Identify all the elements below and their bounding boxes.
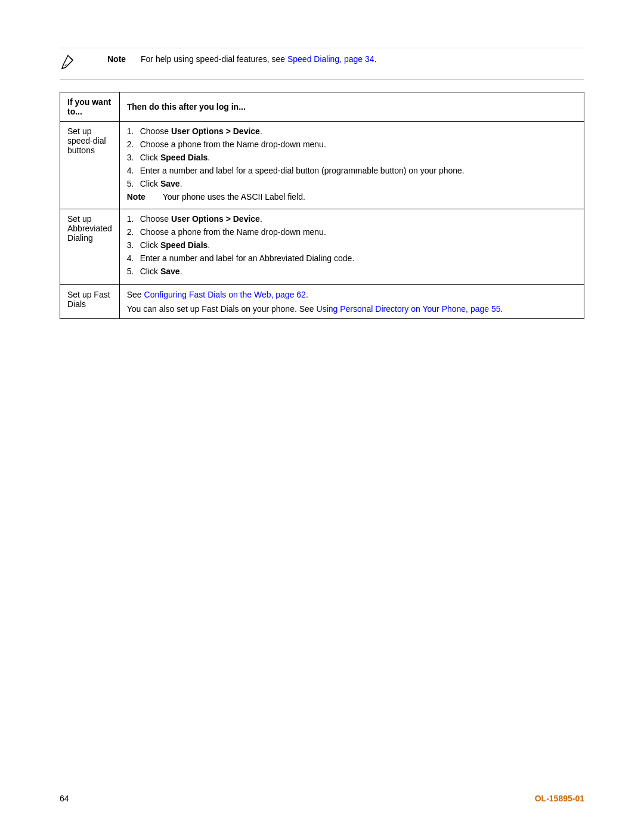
inner-note-label: Note [127,192,157,202]
step-text: Click Speed Dials. [140,153,577,162]
fast-dials-line2: You can also set up Fast Dials on your p… [127,304,577,314]
step-text: Choose User Options > Device. [140,126,577,136]
step-item: 5. Click Save. [127,267,577,276]
step-num: 1. [127,126,140,136]
step-num: 4. [127,253,140,263]
step-num: 2. [127,227,140,237]
row3-left: Set up Fast Dials [60,285,120,319]
row1-right: 1. Choose User Options > Device. 2. Choo… [119,122,584,209]
note-section: Note For help using speed-dial features,… [60,48,584,80]
step-item: 2. Choose a phone from the Name drop-dow… [127,140,577,149]
row2-label: Set up Abbreviated Dialing [67,214,112,243]
step-bold: Speed Dials [160,153,208,162]
step-item: 1. Choose User Options > Device. [127,214,577,224]
page-container: Note For help using speed-dial features,… [0,0,644,833]
step-bold: User Options > Device [171,126,260,136]
step-bold: Speed Dials [160,240,208,250]
step-num: 3. [127,153,140,162]
page-footer: 64 OL-15895-01 [60,794,584,803]
table-header-row: If you want to... Then do this after you… [60,92,584,122]
step-bold: User Options > Device [171,214,260,224]
fast-dials-link2[interactable]: Using Personal Directory on Your Phone, … [317,304,501,314]
fast-dials-line1: See Configuring Fast Dials on the Web, p… [127,290,577,299]
step-num: 5. [127,267,140,276]
step-num: 2. [127,140,140,149]
note-label: Note [107,54,131,64]
fast-dials-see: See [127,290,144,299]
step-item: 5. Click Save. [127,179,577,188]
row1-label: Set up speed-dial buttons [67,126,106,155]
step-item: 4. Enter a number and label for an Abbre… [127,253,577,263]
step-num: 3. [127,240,140,250]
step-item: 3. Click Speed Dials. [127,240,577,250]
note-text: For help using speed-dial features, see … [141,54,376,64]
inner-note-text: Your phone uses the ASCII Label field. [163,192,305,202]
step-num: 4. [127,166,140,175]
step-bold: Save [160,267,180,276]
step-text: Enter a number and label for an Abbrevia… [140,253,577,263]
table-row: Set up Abbreviated Dialing 1. Choose Use… [60,209,584,285]
row3-right: See Configuring Fast Dials on the Web, p… [119,285,584,319]
row2-right: 1. Choose User Options > Device. 2. Choo… [119,209,584,285]
step-text: Enter a number and label for a speed-dia… [140,166,577,175]
fast-dials-suffix: . [501,304,503,314]
step-text: Click Save. [140,267,577,276]
fast-dials-prefix: You can also set up Fast Dials on your p… [127,304,317,314]
row3-label: Set up Fast Dials [67,290,110,309]
table-row: Set up speed-dial buttons 1. Choose User… [60,122,584,209]
table-row: Set up Fast Dials See Configuring Fast D… [60,285,584,319]
step-bold: Save [160,179,180,188]
step-num: 5. [127,179,140,188]
note-prefix: For help using speed-dial features, see [141,54,287,64]
step-text: Choose a phone from the Name drop-down m… [140,227,577,237]
step-item: 3. Click Speed Dials. [127,153,577,162]
row1-left: Set up speed-dial buttons [60,122,120,209]
step-text: Click Speed Dials. [140,240,577,250]
row1-steps: 1. Choose User Options > Device. 2. Choo… [127,126,577,188]
step-text: Choose User Options > Device. [140,214,577,224]
step-item: 2. Choose a phone from the Name drop-dow… [127,227,577,237]
note-icon [60,54,76,73]
step-item: 4. Enter a number and label for a speed-… [127,166,577,175]
svg-line-0 [64,64,67,66]
step-item: 1. Choose User Options > Device. [127,126,577,136]
speed-dialing-link[interactable]: Speed Dialing, page 34 [287,54,374,64]
note-icon-area [60,54,107,73]
main-table: If you want to... Then do this after you… [60,92,584,319]
row2-steps: 1. Choose User Options > Device. 2. Choo… [127,214,577,276]
header-col2: Then do this after you log in... [119,92,584,122]
step-text: Choose a phone from the Name drop-down m… [140,140,577,149]
inner-note: Note Your phone uses the ASCII Label fie… [127,192,577,202]
footer-doc-id: OL-15895-01 [535,794,584,803]
row2-left: Set up Abbreviated Dialing [60,209,120,285]
step-num: 1. [127,214,140,224]
footer-page-number: 64 [60,794,69,803]
header-col1: If you want to... [60,92,120,122]
step-text: Click Save. [140,179,577,188]
fast-dials-link1[interactable]: Configuring Fast Dials on the Web, page … [144,290,306,299]
